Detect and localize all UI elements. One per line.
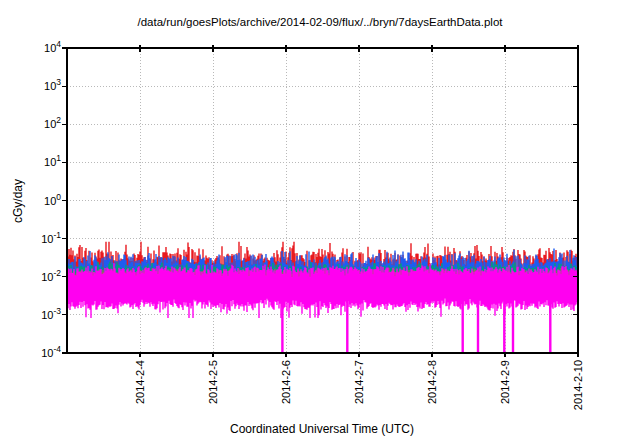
x-tick-label: 2014-2-4: [134, 360, 146, 404]
y-tick-label: 100: [44, 192, 61, 207]
plot-title: /data/run/goesPlots/archive/2014-02-09/f…: [0, 16, 640, 28]
y-tick-label: 102: [44, 115, 61, 130]
y-tick-label: 10-3: [41, 306, 61, 321]
x-tick-label: 2014-2-5: [207, 360, 219, 404]
series-dose-magenta: [67, 263, 578, 318]
y-tick-label: 104: [44, 39, 61, 54]
y-tick-label: 101: [44, 153, 61, 168]
plot-page: 10410310210110010-110-210-310-42014-2-42…: [0, 0, 640, 448]
y-tick-label: 103: [44, 77, 61, 92]
chart-canvas: 10410310210110010-110-210-310-42014-2-42…: [0, 0, 640, 448]
x-tick-label: 2014-2-7: [353, 360, 365, 404]
y-tick-label: 10-2: [41, 268, 61, 283]
y-axis-label: cGy/day: [11, 146, 25, 256]
x-tick-label: 2014-2-10: [572, 360, 584, 410]
y-tick-label: 10-4: [41, 344, 61, 359]
x-axis-label: Coordinated Universal Time (UTC): [0, 422, 640, 436]
x-tick-label: 2014-2-6: [280, 360, 292, 404]
x-tick-label: 2014-2-8: [426, 360, 438, 404]
x-tick-label: 2014-2-9: [499, 360, 511, 404]
y-tick-label: 10-1: [41, 230, 61, 245]
